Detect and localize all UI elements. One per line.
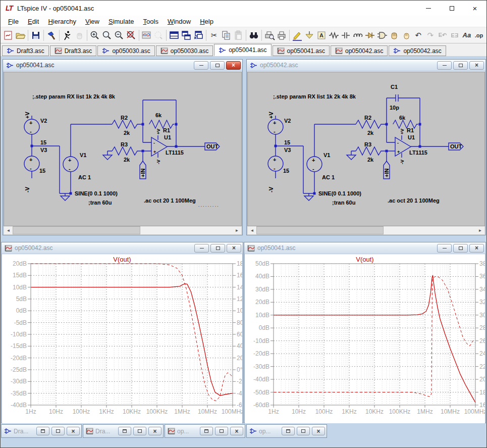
v1-sine-value[interactable]: SINE(0 0.1 1000) [318,190,361,196]
r3-value[interactable]: 2k [124,157,130,163]
r1-label[interactable]: R1 [163,127,170,133]
v1-label[interactable]: V1 [323,152,330,158]
r1-value[interactable]: 6k [155,112,162,118]
tab-draft3-waveform[interactable]: Draft3.asc [50,45,97,56]
waveform-pane[interactable]: V(out) 1Hz10Hz100Hz1KHz10KHz100KHz1MHz10… [2,255,242,423]
vminus-flag-label[interactable]: -V [268,186,274,192]
child-close-button[interactable]: × [226,61,241,70]
place-component-icon[interactable] [376,29,388,42]
v2-label[interactable]: V2 [40,118,47,124]
u1-label[interactable]: U1 [408,134,415,140]
close-button[interactable]: × [148,427,161,435]
r2-label[interactable]: R2 [364,115,371,121]
ground-symbol[interactable] [347,155,356,160]
out-flag-label[interactable]: OUT [450,143,462,150]
voltage-source-v1[interactable]: + - [307,157,322,172]
ground-symbol[interactable] [103,155,112,160]
zoom-out-icon[interactable] [113,29,125,42]
resistor-r1[interactable] [393,120,418,128]
tab-op050041-schematic[interactable]: op050041.asc [214,44,271,56]
bode-plot[interactable]: 1Hz10Hz100Hz1KHz10KHz100KHz1MHz10MHz100M… [245,255,485,423]
v3-label[interactable]: V3 [40,147,47,153]
wires[interactable] [32,100,205,196]
in-flag-label[interactable]: +IN [140,169,146,177]
tab-op050041-waveform[interactable]: op050041.asc [273,45,330,56]
in-flag-label[interactable]: +IN [384,169,390,177]
schematic-window-op050041[interactable]: op050041.asc × + - [3,59,243,235]
wires[interactable] [276,98,449,196]
tab-draft3-schematic[interactable]: Draft3.asc [2,45,49,56]
menu-file[interactable]: File [4,17,23,26]
capacitor-c1[interactable] [396,94,398,102]
control-panel-icon[interactable] [45,29,58,42]
run-icon[interactable] [61,29,73,42]
scroll-left-arrow[interactable]: ◄ [4,226,13,234]
menu-simulate[interactable]: Simulate [104,17,139,26]
child-title-bar[interactable]: op050042.asc × [247,60,485,71]
zoom-full-extents-icon[interactable] [125,29,137,42]
place-capacitor-icon[interactable] [340,29,352,42]
new-schematic-icon[interactable] [2,29,14,42]
child-minimize-button[interactable] [194,61,208,70]
minimized-window-draft3-schematic[interactable]: Dra... × [1,424,82,438]
schematic-canvas[interactable]: + - + - + - [247,72,485,226]
ac-directive[interactable]: .ac oct 20 1 100Meg [388,197,440,204]
place-resistor-icon[interactable] [328,29,340,42]
resistor-r3[interactable] [112,147,143,155]
u1-label[interactable]: U1 [164,134,171,140]
r2-label[interactable]: R2 [121,115,128,121]
r2-value[interactable]: 2k [367,130,374,136]
scrollbar-track[interactable] [13,226,233,234]
print-preview-icon[interactable] [263,29,276,42]
tab-op050030-schematic[interactable]: op050030.asc [97,45,154,56]
move-icon[interactable] [388,29,400,42]
c1-label[interactable]: C1 [391,84,398,90]
r1-label[interactable]: R1 [407,127,414,133]
resistor-r2[interactable] [112,120,143,128]
resistor-r2[interactable] [356,120,387,128]
maximize-button[interactable] [297,427,310,435]
v1-sine-value[interactable]: SINE(0 0.1 1000) [75,190,118,196]
close-button[interactable]: × [230,427,243,435]
v3-value[interactable]: 15 [283,168,289,174]
maximize-button[interactable] [440,1,463,16]
child-maximize-button[interactable] [210,61,225,70]
copy-icon[interactable] [220,29,232,42]
resistor-r1[interactable] [149,120,175,128]
step-directive[interactable]: ;.step param RX list 1k 2k 4k 8k [273,93,356,99]
drag-icon[interactable] [400,29,412,42]
trace-label[interactable]: V(out) [245,256,485,263]
r3-value[interactable]: 2k [367,157,374,163]
scrollbar-track[interactable] [256,226,476,234]
place-ground-icon[interactable] [303,29,315,42]
find-icon[interactable] [248,29,260,42]
ground-symbol[interactable] [61,196,70,201]
plot-window-op050042[interactable]: op050042.asc × V(out) 1Hz10Hz100Hz1KHz10… [1,242,243,423]
vminus-flag-label[interactable]: -V [24,186,30,192]
v3-value[interactable]: 15 [39,168,45,174]
child-title-bar[interactable]: op050042.asc × [2,242,243,254]
child-title-bar[interactable]: op050041.asc × [3,60,242,71]
menu-hierarchy[interactable]: Hierarchy [43,17,81,26]
waveform-pane[interactable]: V(out) 1Hz10Hz100Hz1KHz10KHz100KHz1MHz10… [245,255,485,423]
bode-plot[interactable]: 1Hz10Hz100Hz1KHz10KHz100KHz1MHz10MHz100M… [2,255,242,423]
schematic-editor[interactable]: + - + - + - [247,72,485,235]
schematic-window-op050042[interactable]: op050042.asc × [246,59,486,235]
close-button[interactable]: × [312,427,325,435]
child-minimize-button[interactable] [437,61,452,70]
r3-label[interactable]: R3 [121,141,128,147]
place-net-label-icon[interactable]: A [315,29,328,42]
vplus-flag-label[interactable]: +V [24,112,30,119]
tab-op050030-waveform[interactable]: op050030.asc [156,45,213,56]
resistor-r3[interactable] [356,147,387,155]
schematic-editor[interactable]: + - + - + - [4,72,242,235]
maximize-button[interactable] [215,427,228,435]
tile-horizontally-icon[interactable] [168,29,180,42]
minimized-window-op-schematic[interactable]: op... × [246,424,327,438]
cut-icon[interactable]: ✂ [208,29,220,42]
v1-ac-value[interactable]: AC 1 [78,174,91,180]
ground-symbol[interactable] [304,196,313,201]
voltage-source-v3[interactable]: + - [24,156,39,171]
close-button[interactable]: × [67,427,80,435]
restore-button[interactable] [282,427,295,435]
